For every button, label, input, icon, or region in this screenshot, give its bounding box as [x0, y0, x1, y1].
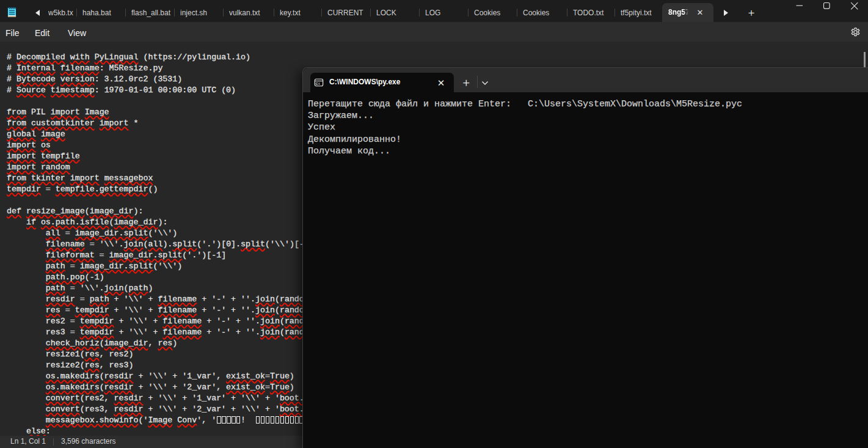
svg-text:C:\: C:\ — [316, 82, 320, 86]
